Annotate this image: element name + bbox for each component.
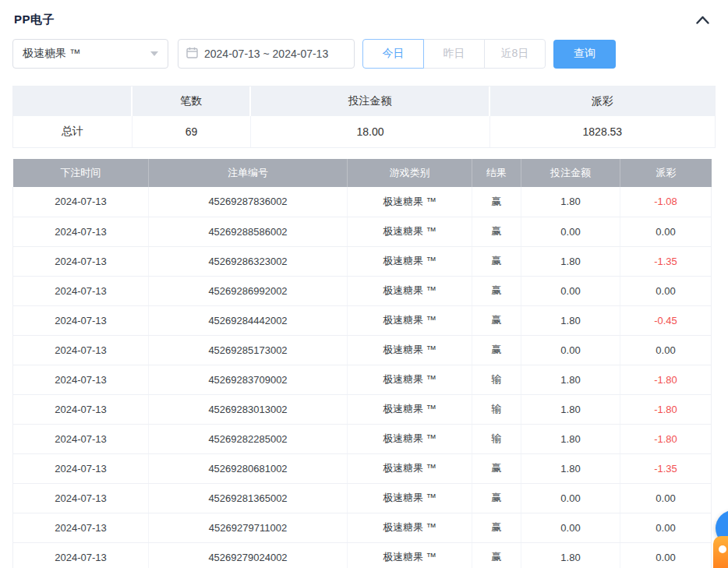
order-id-cell: 45269283709002 [149,365,348,394]
floating-service-button[interactable] [713,536,728,568]
table-row: 2024-07-1345269282285002极速糖果 ™输1.80-1.80 [13,424,712,453]
payout-cell: 0.00 [620,483,712,513]
result-cell: 赢 [472,217,521,246]
bet-date-cell: 2024-07-13 [13,246,149,276]
header-bet-amount: 投注金额 [521,159,620,187]
game-type-cell: 极速糖果 ™ [348,335,472,365]
bet-table-header-row: 下注时间 注单编号 游戏类别 结果 投注金额 派彩 [13,159,712,187]
page-title: PP电子 [14,12,55,27]
result-cell: 赢 [472,246,521,276]
pp-electronic-panel: PP电子 极速糖果 ™ 2024-07-13 ~ 2024-07-13 今日 昨… [0,0,728,568]
game-type-cell: 极速糖果 ™ [348,246,472,276]
game-type-cell: 极速糖果 ™ [348,513,472,542]
result-cell: 输 [472,424,521,453]
order-id-cell: 45269279024002 [149,542,348,568]
bet-date-cell: 2024-07-13 [13,335,149,365]
summary-total-row: 总计 69 18.00 1828.53 [13,116,715,147]
game-select[interactable]: 极速糖果 ™ [12,39,168,69]
summary-header-bet-amount: 投注金额 [251,86,489,116]
payout-cell: 0.00 [620,217,712,246]
bet-amount-cell: 1.80 [521,453,620,483]
order-id-cell: 45269286323002 [149,246,348,276]
bet-date-cell: 2024-07-13 [13,453,149,483]
bet-date-cell: 2024-07-13 [13,187,149,217]
total-count: 69 [133,116,252,147]
result-cell: 输 [472,394,521,424]
table-row: 2024-07-1345269283709002极速糖果 ™输1.80-1.80 [13,365,712,394]
range-button-yesterday[interactable]: 昨日 [423,39,485,69]
range-button-today[interactable]: 今日 [362,39,424,69]
result-cell: 赢 [472,513,521,542]
bet-amount-cell: 1.80 [521,246,620,276]
game-type-cell: 极速糖果 ™ [348,365,472,394]
date-range-value: 2024-07-13 ~ 2024-07-13 [204,48,328,60]
chevron-down-icon [150,51,158,56]
payout-cell: -1.80 [620,394,712,424]
range-button-last8days[interactable]: 近8日 [484,39,546,69]
order-id-cell: 45269281365002 [149,483,348,513]
order-id-cell: 45269286992002 [149,276,348,305]
header-payout: 派彩 [620,159,712,187]
date-range-input[interactable]: 2024-07-13 ~ 2024-07-13 [178,39,355,69]
game-type-cell: 极速糖果 ™ [348,276,472,305]
order-id-cell: 45269280681002 [149,453,348,483]
payout-cell: 0.00 [620,542,712,568]
bet-date-cell: 2024-07-13 [13,276,149,305]
payout-cell: -1.35 [620,453,712,483]
bet-amount-cell: 1.80 [521,305,620,335]
summary-header-blank [13,86,133,116]
bet-date-cell: 2024-07-13 [13,424,149,453]
search-button[interactable]: 查询 [553,40,616,69]
summary-header-count: 笔数 [133,86,252,116]
order-id-cell: 45269284442002 [149,305,348,335]
bet-amount-cell: 0.00 [521,276,620,305]
result-cell: 赢 [472,305,521,335]
game-type-cell: 极速糖果 ™ [348,217,472,246]
game-type-cell: 极速糖果 ™ [348,187,472,217]
bet-amount-cell: 0.00 [521,483,620,513]
bet-date-cell: 2024-07-13 [13,542,149,568]
filter-bar: 极速糖果 ™ 2024-07-13 ~ 2024-07-13 今日 昨日 近8日… [12,39,716,69]
collapse-button[interactable] [694,14,711,26]
bet-amount-cell: 1.80 [521,542,620,568]
bet-records-table: 下注时间 注单编号 游戏类别 结果 投注金额 派彩 2024-07-134526… [12,159,712,568]
result-cell: 输 [472,365,521,394]
order-id-cell: 45269283013002 [149,394,348,424]
calendar-icon [186,47,198,61]
table-row: 2024-07-1345269279024002极速糖果 ™赢1.800.00 [13,542,712,568]
bet-amount-cell: 0.00 [521,513,620,542]
payout-cell: 0.00 [620,276,712,305]
header-result: 结果 [472,159,521,187]
bet-amount-cell: 0.00 [521,217,620,246]
table-row: 2024-07-1345269281365002极速糖果 ™赢0.000.00 [13,483,712,513]
result-cell: 赢 [472,187,521,217]
table-row: 2024-07-1345269285173002极速糖果 ™赢0.000.00 [13,335,712,365]
table-row: 2024-07-1345269280681002极速糖果 ™赢1.80-1.35 [13,453,712,483]
bet-amount-cell: 1.80 [521,394,620,424]
result-cell: 赢 [472,483,521,513]
result-cell: 赢 [472,276,521,305]
quick-range-group: 今日 昨日 近8日 [362,39,546,69]
header-game-type: 游戏类别 [348,159,472,187]
result-cell: 赢 [472,453,521,483]
order-id-cell: 45269287836002 [149,187,348,217]
game-type-cell: 极速糖果 ™ [348,424,472,453]
order-id-cell: 45269285173002 [149,335,348,365]
game-type-cell: 极速糖果 ™ [348,394,472,424]
order-id-cell: 45269288586002 [149,217,348,246]
bet-amount-cell: 1.80 [521,365,620,394]
summary-header-row: 笔数 投注金额 派彩 [13,86,715,116]
payout-cell: -1.08 [620,187,712,217]
payout-cell: -1.35 [620,246,712,276]
payout-cell: -1.80 [620,365,712,394]
game-type-cell: 极速糖果 ™ [348,453,472,483]
total-payout: 1828.53 [490,116,715,147]
result-cell: 赢 [472,335,521,365]
table-row: 2024-07-1345269286992002极速糖果 ™赢0.000.00 [13,276,712,305]
bet-date-cell: 2024-07-13 [13,513,149,542]
order-id-cell: 45269282285002 [149,424,348,453]
bet-date-cell: 2024-07-13 [13,217,149,246]
bet-date-cell: 2024-07-13 [13,394,149,424]
order-id-cell: 45269279711002 [149,513,348,542]
payout-cell: -1.80 [620,424,712,453]
